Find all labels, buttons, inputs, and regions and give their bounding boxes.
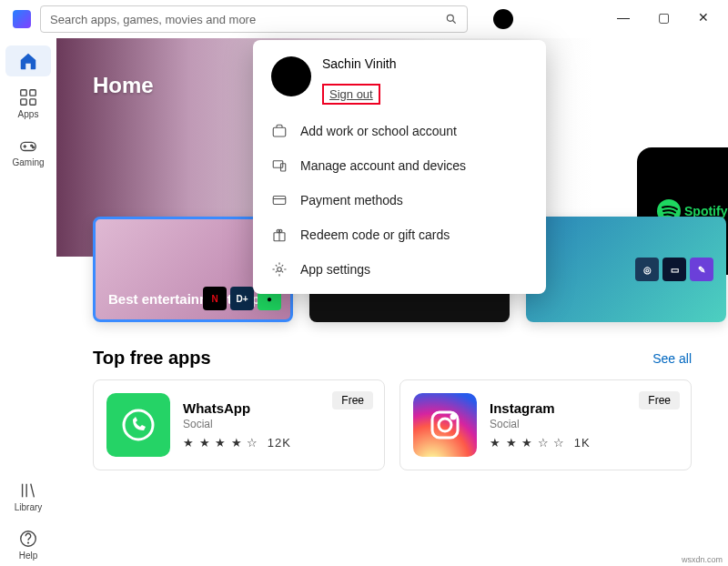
menu-label: Payment methods	[300, 193, 403, 207]
gaming-icon	[18, 136, 38, 156]
search-placeholder: Search apps, games, movies and more	[50, 13, 445, 26]
watermark: wsxdn.com	[682, 555, 723, 564]
svg-rect-23	[273, 161, 283, 168]
svg-rect-22	[273, 127, 286, 136]
dropdown-header: Sachin Vinith Sign out	[253, 53, 546, 114]
search-input[interactable]: Search apps, games, movies and more	[40, 5, 468, 33]
svg-point-10	[33, 147, 35, 148]
app-tile-icon: ◎	[635, 258, 659, 281]
svg-point-15	[28, 542, 29, 543]
minimize-button[interactable]: —	[612, 5, 635, 29]
menu-settings[interactable]: App settings	[253, 252, 546, 287]
account-dropdown: Sachin Vinith Sign out Add work or schoo…	[253, 40, 546, 294]
app-tile-icon: ✎	[690, 258, 713, 281]
menu-label: App settings	[300, 262, 370, 277]
search-icon	[445, 13, 458, 25]
library-icon	[18, 480, 38, 500]
svg-point-29	[278, 268, 282, 272]
whatsapp-icon	[106, 393, 170, 457]
help-icon	[18, 529, 38, 549]
gift-icon	[271, 227, 288, 243]
menu-add-account[interactable]: Add work or school account	[253, 114, 546, 148]
apps-icon	[18, 87, 38, 107]
section-title: Top free apps	[93, 348, 211, 369]
card-featured-apps[interactable]: ◎ ▭ ✎	[526, 217, 726, 322]
disney-icon: D+	[230, 287, 254, 310]
price-badge[interactable]: Free	[332, 391, 373, 409]
menu-label: Manage account and devices	[300, 158, 466, 173]
sidebar-item-gaming[interactable]: Gaming	[5, 130, 51, 173]
svg-point-21	[451, 415, 455, 419]
sidebar-item-library[interactable]: Library	[5, 475, 51, 518]
svg-rect-25	[273, 197, 286, 205]
maximize-button[interactable]: ▢	[652, 5, 675, 29]
menu-payment[interactable]: Payment methods	[253, 183, 546, 217]
gear-icon	[271, 261, 288, 278]
svg-rect-3	[30, 90, 35, 96]
sidebar-item-label: Apps	[18, 109, 39, 119]
top-free-section: Top free apps See all WhatsApp Social ★ …	[56, 348, 728, 470]
briefcase-icon	[271, 123, 288, 139]
app-tile-icon: ▭	[662, 258, 686, 281]
sidebar-item-label: Help	[19, 551, 38, 561]
sidebar-item-label: Gaming	[12, 157, 44, 167]
svg-line-1	[453, 21, 456, 24]
app-card-whatsapp[interactable]: WhatsApp Social ★ ★ ★ ★ ☆ 12K Free	[93, 379, 385, 470]
svg-point-18	[124, 410, 153, 440]
netflix-icon: N	[203, 287, 227, 310]
menu-label: Redeem code or gift cards	[300, 227, 450, 242]
menu-manage-account[interactable]: Manage account and devices	[253, 148, 546, 183]
app-category: Social	[490, 418, 591, 430]
user-name: Sachin Vinith	[322, 56, 396, 71]
card-icon	[271, 192, 288, 208]
page-title: Home	[93, 73, 154, 98]
sidebar-item-label: Library	[15, 502, 43, 512]
sidebar-item-help[interactable]: Help	[5, 523, 51, 566]
sidebar: Apps Gaming Library Help	[0, 38, 56, 566]
window-controls: — ▢ ✕	[599, 0, 728, 35]
menu-label: Add work or school account	[300, 124, 457, 138]
app-name: WhatsApp	[183, 400, 291, 416]
sidebar-item-apps[interactable]: Apps	[5, 82, 51, 125]
home-icon	[18, 51, 38, 71]
user-avatar-icon	[271, 56, 311, 96]
sidebar-item-home[interactable]	[5, 45, 51, 76]
menu-redeem[interactable]: Redeem code or gift cards	[253, 217, 546, 252]
svg-rect-2	[21, 90, 26, 96]
svg-rect-4	[21, 99, 26, 105]
store-logo-icon	[13, 10, 31, 28]
app-card-instagram[interactable]: Instagram Social ★ ★ ★ ☆ ☆ 1K Free	[399, 379, 692, 470]
price-badge[interactable]: Free	[639, 391, 680, 409]
profile-avatar[interactable]	[493, 9, 513, 29]
svg-point-20	[439, 419, 451, 431]
app-category: Social	[183, 418, 291, 430]
svg-point-9	[31, 145, 33, 147]
app-rating: ★ ★ ★ ☆ ☆ 1K	[490, 436, 591, 450]
sign-out-link[interactable]: Sign out	[322, 84, 380, 105]
svg-rect-5	[30, 99, 35, 105]
see-all-link[interactable]: See all	[652, 351, 692, 366]
instagram-icon	[413, 393, 477, 457]
close-button[interactable]: ✕	[692, 5, 715, 29]
app-rating: ★ ★ ★ ★ ☆ 12K	[183, 436, 291, 450]
svg-point-0	[447, 15, 453, 21]
devices-icon	[271, 157, 288, 174]
app-name: Instagram	[490, 400, 591, 416]
svg-line-13	[31, 484, 35, 498]
